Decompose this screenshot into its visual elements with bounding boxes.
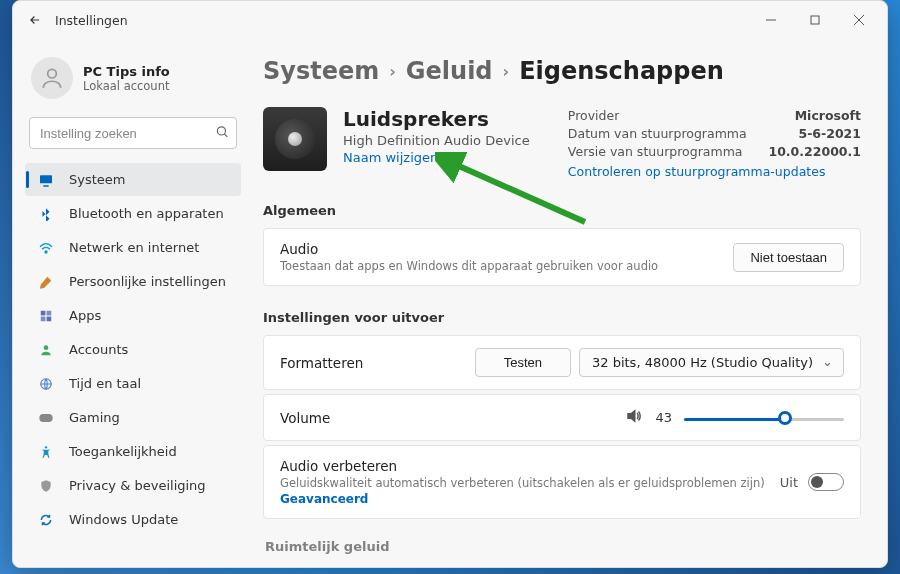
back-button[interactable] — [19, 4, 51, 36]
card-format: Formatteren Testen 32 bits, 48000 Hz (St… — [263, 335, 861, 390]
update-icon — [37, 511, 55, 529]
sidebar-item-label: Systeem — [69, 172, 125, 187]
content-area: PC Tips info Lokaal account Systeem Blue… — [13, 39, 887, 567]
card-audio: Audio Toestaan dat apps en Windows dit a… — [263, 228, 861, 286]
sidebar-item-label: Netwerk en internet — [69, 240, 199, 255]
sidebar-item-accounts[interactable]: Accounts — [25, 333, 241, 366]
card-enhance: Audio verbeteren Geluidskwaliteit automa… — [263, 445, 861, 519]
sidebar-item-label: Apps — [69, 308, 101, 323]
sidebar-item-privacy[interactable]: Privacy & beveiliging — [25, 469, 241, 502]
window-title: Instellingen — [55, 13, 128, 28]
person-icon — [37, 341, 55, 359]
brush-icon — [37, 273, 55, 291]
chevron-right-icon: › — [503, 62, 510, 81]
svg-point-14 — [44, 345, 49, 350]
gamepad-icon — [37, 409, 55, 427]
device-title: Luidsprekers — [343, 107, 530, 131]
user-subtitle: Lokaal account — [83, 79, 170, 93]
sidebar-item-label: Privacy & beveiliging — [69, 478, 206, 493]
search-wrap — [29, 117, 237, 149]
svg-rect-16 — [39, 414, 52, 422]
sidebar-item-update[interactable]: Windows Update — [25, 503, 241, 536]
bluetooth-icon — [37, 205, 55, 223]
enhance-toggle[interactable] — [808, 473, 844, 491]
chevron-right-icon: › — [389, 62, 396, 81]
sidebar-item-label: Accounts — [69, 342, 128, 357]
user-block[interactable]: PC Tips info Lokaal account — [25, 49, 241, 113]
device-speaker-icon — [263, 107, 327, 171]
globe-icon — [37, 375, 55, 393]
sidebar-item-apps[interactable]: Apps — [25, 299, 241, 332]
sidebar-item-label: Toegankelijkheid — [69, 444, 177, 459]
check-driver-updates-link[interactable]: Controleren op stuurprogramma-updates — [568, 164, 861, 179]
breadcrumb: Systeem › Geluid › Eigenschappen — [263, 57, 861, 85]
card-volume: Volume 43 — [263, 394, 861, 441]
card-label: Formatteren — [280, 355, 475, 371]
section-output: Instellingen voor uitvoer — [263, 310, 861, 325]
format-dropdown[interactable]: 32 bits, 48000 Hz (Studio Quality) — [579, 348, 844, 377]
volume-slider[interactable] — [684, 409, 844, 427]
sidebar-item-label: Bluetooth en apparaten — [69, 206, 224, 221]
svg-rect-7 — [40, 175, 52, 183]
display-icon — [37, 171, 55, 189]
svg-point-4 — [48, 69, 57, 78]
rename-link[interactable]: Naam wijzigen — [343, 150, 530, 165]
svg-point-17 — [45, 446, 47, 448]
crumb-current: Eigenschappen — [519, 57, 724, 85]
sidebar: PC Tips info Lokaal account Systeem Blue… — [13, 39, 253, 567]
search-icon — [215, 125, 229, 142]
settings-window: Instellingen PC Tips info Lokaal account — [12, 0, 888, 568]
shield-icon — [37, 477, 55, 495]
section-spatial-peek: Ruimtelijk geluid — [263, 539, 861, 554]
main-panel: Systeem › Geluid › Eigenschappen Luidspr… — [253, 39, 887, 567]
advanced-link[interactable]: Geavanceerd — [280, 492, 780, 506]
crumb-systeem[interactable]: Systeem — [263, 57, 379, 85]
svg-rect-10 — [41, 310, 46, 315]
crumb-geluid[interactable]: Geluid — [406, 57, 493, 85]
svg-rect-11 — [47, 310, 52, 315]
section-general: Algemeen — [263, 203, 861, 218]
device-meta: ProviderMicrosoft Datum van stuurprogram… — [568, 107, 861, 179]
maximize-button[interactable] — [793, 4, 837, 36]
svg-rect-13 — [47, 316, 52, 321]
disallow-button[interactable]: Niet toestaan — [733, 243, 844, 272]
card-label: Volume — [280, 410, 625, 426]
sidebar-item-label: Gaming — [69, 410, 120, 425]
svg-line-6 — [224, 134, 227, 137]
sidebar-item-time-language[interactable]: Tijd en taal — [25, 367, 241, 400]
card-desc: Toestaan dat apps en Windows dit apparaa… — [280, 259, 733, 273]
sidebar-item-bluetooth[interactable]: Bluetooth en apparaten — [25, 197, 241, 230]
window-controls — [749, 4, 881, 36]
device-subtitle: High Definition Audio Device — [343, 133, 530, 148]
sidebar-item-systeem[interactable]: Systeem — [25, 163, 241, 196]
device-hero: Luidsprekers High Definition Audio Devic… — [263, 107, 861, 179]
minimize-button[interactable] — [749, 4, 793, 36]
test-button[interactable]: Testen — [475, 348, 571, 377]
sidebar-item-accessibility[interactable]: Toegankelijkheid — [25, 435, 241, 468]
sidebar-item-label: Tijd en taal — [69, 376, 141, 391]
wifi-icon — [37, 239, 55, 257]
svg-point-9 — [45, 251, 47, 253]
sidebar-item-network[interactable]: Netwerk en internet — [25, 231, 241, 264]
card-desc: Geluidskwaliteit automatisch verbeteren … — [280, 476, 780, 490]
titlebar: Instellingen — [13, 1, 887, 39]
sidebar-item-label: Persoonlijke instellingen — [69, 274, 226, 289]
close-button[interactable] — [837, 4, 881, 36]
svg-rect-1 — [811, 16, 819, 24]
toggle-state: Uit — [780, 475, 798, 490]
svg-point-5 — [217, 127, 225, 135]
sidebar-item-personalization[interactable]: Persoonlijke instellingen — [25, 265, 241, 298]
card-label: Audio — [280, 241, 733, 257]
accessibility-icon — [37, 443, 55, 461]
sidebar-item-gaming[interactable]: Gaming — [25, 401, 241, 434]
apps-icon — [37, 307, 55, 325]
sidebar-item-label: Windows Update — [69, 512, 178, 527]
speaker-volume-icon[interactable] — [625, 407, 643, 428]
volume-value: 43 — [655, 410, 672, 425]
user-name: PC Tips info — [83, 64, 170, 79]
svg-rect-12 — [41, 316, 46, 321]
card-label: Audio verbeteren — [280, 458, 780, 474]
search-input[interactable] — [29, 117, 237, 149]
nav-list: Systeem Bluetooth en apparaten Netwerk e… — [25, 163, 241, 536]
avatar — [31, 57, 73, 99]
